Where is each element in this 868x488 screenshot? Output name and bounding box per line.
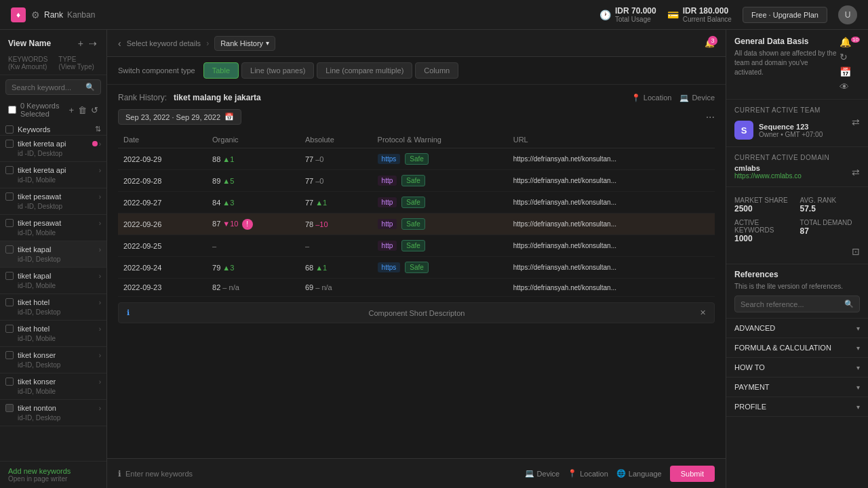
- select-keyword-breadcrumb[interactable]: Select keyword details: [127, 39, 201, 47]
- add-keyword-icon[interactable]: +: [68, 105, 74, 115]
- accordion-formula[interactable]: FORMULA & CALCULATION ▾: [726, 338, 868, 358]
- component-desc-close[interactable]: ✕: [700, 308, 706, 317]
- toggle-icon[interactable]: ⊡: [852, 246, 860, 257]
- kw-chevron-4[interactable]: ›: [99, 246, 101, 253]
- current-domain-label: CURRENT ACTIVE DOMAIN: [734, 154, 860, 161]
- kw-checkbox-1[interactable]: [5, 166, 14, 174]
- tab-column[interactable]: Column: [415, 62, 458, 79]
- cell-url-0: https://defriansyah.net/konsultan...: [508, 148, 715, 170]
- kw-item-4[interactable]: tiket kapal › id-ID, Desktop: [0, 241, 106, 268]
- kw-chevron-2[interactable]: ›: [99, 193, 101, 201]
- kw-chevron-6[interactable]: ›: [99, 299, 101, 306]
- submit-button[interactable]: Submit: [670, 466, 715, 482]
- delete-keyword-icon[interactable]: 🗑: [78, 105, 87, 115]
- kw-checkbox-3[interactable]: [5, 219, 14, 227]
- rs-notification-icon[interactable]: 🔔10: [840, 37, 860, 47]
- back-button[interactable]: ‹: [118, 38, 121, 49]
- accordion-profile[interactable]: PROFILE ▾: [726, 397, 868, 417]
- drop-alert-icon: !: [242, 219, 253, 230]
- kw-item-8[interactable]: tiket konser › id-ID, Desktop: [0, 347, 106, 373]
- kw-item-10[interactable]: tiket nonton › id-ID, Desktop: [0, 400, 106, 426]
- kw-checkbox-6[interactable]: [5, 298, 14, 306]
- tab-table[interactable]: Table: [203, 62, 239, 79]
- settings-icon[interactable]: ⚙: [31, 9, 40, 20]
- kw-item-7[interactable]: tiket hotel › id-ID, Mobile: [0, 321, 106, 347]
- stat-active-kw-label: ACTIVE KEYWORDS: [734, 219, 795, 234]
- language-option-icon: 🌐: [616, 469, 626, 478]
- accordion-payment[interactable]: PAYMENT ▾: [726, 378, 868, 397]
- accordion-label-formula: FORMULA & CALCULATION: [734, 344, 831, 352]
- new-keyword-input[interactable]: [125, 470, 517, 478]
- location-option-icon: 📍: [568, 469, 577, 478]
- keywords-checkbox[interactable]: [5, 125, 14, 134]
- notification-badge: 3: [708, 36, 717, 45]
- kw-chevron-0[interactable]: ›: [99, 140, 101, 148]
- kw-checkbox-4[interactable]: [5, 245, 14, 253]
- tab-line-two-panes[interactable]: Line (two panes): [241, 62, 314, 79]
- rs-eye-icon[interactable]: 👁: [840, 81, 860, 92]
- kw-item-5[interactable]: tiket kapal › id-ID, Mobile: [0, 268, 106, 294]
- add-keywords-button[interactable]: Add new keywords: [8, 467, 98, 475]
- kw-item-6[interactable]: tiket hotel › id-ID, Desktop: [0, 294, 106, 321]
- kw-checkbox-10[interactable]: [5, 404, 14, 412]
- current-team-section: CURRENT ACTIVE TEAM S Sequence 123 Owner…: [726, 100, 868, 147]
- keywords-header-row: Keywords ⇅: [0, 121, 106, 135]
- date-range-picker[interactable]: Sep 23, 2022 · Sep 29, 2022 📅: [118, 109, 241, 125]
- date-range-more[interactable]: ···: [706, 111, 715, 123]
- kw-checkbox-9[interactable]: [5, 378, 14, 386]
- component-desc-text: Component Short Descripton: [369, 309, 465, 317]
- language-option-button[interactable]: 🌐 Language: [616, 469, 662, 478]
- kw-checkbox-8[interactable]: [5, 351, 14, 359]
- reference-search[interactable]: 🔍: [734, 296, 860, 312]
- accordion-advanced[interactable]: ADVANCED ▾: [726, 319, 868, 338]
- location-button[interactable]: 📍 Location: [631, 94, 672, 102]
- tab-line-compare[interactable]: Line (compare multiple): [317, 62, 412, 79]
- col-kw-label: KEYWORDS: [8, 56, 47, 63]
- kw-chevron-10[interactable]: ›: [99, 405, 101, 412]
- refresh-keyword-icon[interactable]: ↺: [91, 105, 98, 115]
- kw-chevron-7[interactable]: ›: [99, 325, 101, 333]
- upgrade-button[interactable]: Free · Upgrade Plan: [743, 7, 827, 23]
- sidebar-add-icon[interactable]: +: [77, 37, 85, 50]
- kw-item-2[interactable]: tiket pesawat › id -ID, Desktop: [0, 188, 106, 215]
- kw-name-7: tiket hotel: [18, 325, 98, 333]
- kw-name-5: tiket kapal: [18, 272, 98, 280]
- accordion-howto[interactable]: HOW TO ▾: [726, 358, 868, 378]
- kw-chevron-9[interactable]: ›: [99, 378, 101, 386]
- kw-chevron-8[interactable]: ›: [99, 352, 101, 359]
- kw-item-9[interactable]: tiket konser › id-ID, Mobile: [0, 373, 106, 400]
- second-header: ‹ Select keyword details › Rank History …: [107, 30, 726, 57]
- domain-switch-icon[interactable]: ⇄: [852, 167, 860, 178]
- kw-sub-2: id -ID, Desktop: [0, 202, 106, 214]
- notification-bell[interactable]: 🔔 3: [705, 39, 715, 48]
- select-all-checkbox[interactable]: [8, 106, 16, 114]
- location-option-button[interactable]: 📍 Location: [568, 469, 608, 478]
- rank-history-dropdown[interactable]: Rank History ▾: [214, 36, 275, 51]
- device-option-button[interactable]: 💻 Device: [525, 469, 560, 478]
- general-data-desc: All data shown are affected by the team …: [734, 49, 837, 77]
- date-range-text: Sep 23, 2022 · Sep 29, 2022: [125, 113, 220, 121]
- avatar[interactable]: U: [838, 5, 857, 24]
- kw-checkbox-0[interactable]: [5, 140, 14, 148]
- kw-chevron-1[interactable]: ›: [99, 167, 101, 174]
- device-button[interactable]: 💻 Device: [679, 94, 715, 102]
- sort-icon[interactable]: ⇅: [95, 125, 101, 134]
- team-name: Sequence 123: [759, 123, 849, 131]
- sidebar-expand-icon[interactable]: ⇢: [87, 37, 98, 50]
- rs-calendar-icon[interactable]: 📅: [840, 66, 860, 77]
- kw-checkbox-5[interactable]: [5, 272, 14, 280]
- rs-sync-icon[interactable]: ↻: [840, 52, 860, 62]
- reference-search-input[interactable]: [741, 300, 842, 308]
- cell-absolute-0: 77 –0: [300, 148, 372, 170]
- kw-chevron-3[interactable]: ›: [99, 220, 101, 227]
- keyword-search[interactable]: 🔍: [5, 79, 101, 95]
- kw-item-3[interactable]: tiket pesawat › id-ID, Mobile: [0, 215, 106, 241]
- team-settings-icon[interactable]: ⇄: [852, 117, 860, 140]
- rank-history-table: Date Organic Absolute Protocol & Warning…: [118, 131, 715, 297]
- kw-item-1[interactable]: tiket kereta api › id-ID, Mobile: [0, 162, 106, 188]
- kw-chevron-5[interactable]: ›: [99, 272, 101, 280]
- kw-checkbox-7[interactable]: [5, 325, 14, 333]
- kw-item-0[interactable]: tiket kereta api › id -ID, Desktop: [0, 136, 106, 162]
- search-input[interactable]: [12, 83, 83, 92]
- kw-checkbox-2[interactable]: [5, 192, 14, 201]
